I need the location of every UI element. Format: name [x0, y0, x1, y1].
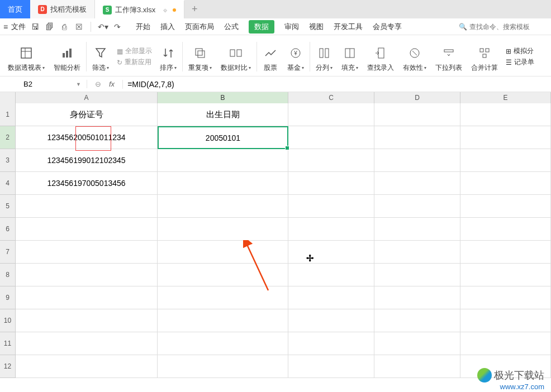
search-input[interactable] [469, 23, 548, 31]
row-header-6[interactable]: 6 [0, 218, 16, 241]
record-button[interactable]: ☰记录单 [506, 58, 534, 67]
smart-button[interactable]: 智能分析 [49, 37, 85, 76]
col-header-d[interactable]: D [374, 92, 460, 103]
command-search[interactable]: 🔍 [459, 23, 548, 31]
fx-icon[interactable]: fx [109, 80, 115, 88]
dropdown-button[interactable]: 下拉列表 [431, 37, 467, 76]
preview-icon[interactable]: ☒ [74, 22, 84, 32]
cell-B11[interactable] [158, 332, 288, 355]
stock-button[interactable]: 股票 [258, 37, 283, 76]
cell-B3[interactable] [158, 149, 288, 172]
tab-dev[interactable]: 开发工具 [334, 22, 363, 32]
col-header-b[interactable]: B [158, 92, 288, 103]
row-header-2[interactable]: 2 [0, 126, 16, 149]
row-header-8[interactable]: 8 [0, 264, 16, 286]
name-box[interactable]: ▼ [0, 80, 87, 88]
cell-C3[interactable] [288, 149, 374, 172]
save-icon[interactable]: 🖫 [30, 22, 40, 32]
row-header-1[interactable]: 1 [0, 103, 16, 126]
tab-workbook[interactable]: S 工作簿3.xlsx ⟐ [95, 0, 184, 18]
cell-D12[interactable] [374, 355, 460, 378]
row-header-12[interactable]: 12 [0, 355, 16, 378]
cell-D9[interactable] [374, 286, 460, 309]
cell-C8[interactable] [288, 264, 374, 286]
cell-B1[interactable]: 出生日期 [158, 103, 288, 126]
cell-B2[interactable]: 20050101 [158, 126, 288, 149]
hamburger-icon[interactable]: ≡ [3, 22, 8, 31]
cell-B9[interactable] [158, 286, 288, 309]
new-tab-button[interactable]: + [184, 0, 205, 18]
compare-button[interactable]: 数据对比▾ [216, 37, 255, 76]
cell-E4[interactable] [460, 172, 551, 195]
cell-E3[interactable] [460, 149, 551, 172]
tab-home[interactable]: 首页 [0, 0, 30, 18]
cell-C5[interactable] [288, 195, 374, 218]
file-menu[interactable]: 文件 [11, 22, 26, 32]
cell-D11[interactable] [374, 332, 460, 355]
filter-button[interactable]: 筛选▾ [88, 37, 113, 76]
pivot-button[interactable]: 数据透视表▾ [3, 37, 49, 76]
row-header-5[interactable]: 5 [0, 195, 16, 218]
show-all-button[interactable]: ▦全部显示 [117, 46, 152, 56]
select-all-corner[interactable] [0, 92, 16, 103]
cell-A10[interactable] [16, 309, 158, 332]
tab-review[interactable]: 审阅 [284, 22, 299, 32]
restore-icon[interactable]: ⟐ [163, 6, 167, 14]
cell-C11[interactable] [288, 332, 374, 355]
undo-icon[interactable]: ↶▾ [98, 22, 108, 32]
cell-C1[interactable] [288, 103, 374, 126]
fill-button[interactable]: 填充▾ [337, 37, 363, 76]
cell-E6[interactable] [460, 218, 551, 241]
col-header-e[interactable]: E [460, 92, 551, 103]
cell-E10[interactable] [460, 309, 551, 332]
simulate-button[interactable]: ⊞模拟分 [506, 46, 534, 56]
cell-D5[interactable] [374, 195, 460, 218]
reapply-button[interactable]: ↻重新应用 [117, 58, 152, 67]
col-header-c[interactable]: C [288, 92, 374, 103]
cell-E5[interactable] [460, 195, 551, 218]
cell-A1[interactable]: 身份证号 [16, 103, 158, 126]
cell-A12[interactable] [16, 355, 158, 378]
cell-E11[interactable] [460, 332, 551, 355]
cell-A4[interactable]: 123456197005013456 [16, 172, 158, 195]
cell-D10[interactable] [374, 309, 460, 332]
split-button[interactable]: 分列▾ [311, 37, 337, 76]
fund-button[interactable]: ¥ 基金▾ [283, 37, 308, 76]
cell-C7[interactable] [288, 241, 374, 264]
cell-C6[interactable] [288, 218, 374, 241]
cell-E1[interactable] [460, 103, 551, 126]
cell-D2[interactable] [374, 126, 460, 149]
cell-C2[interactable] [288, 126, 374, 149]
tab-view[interactable]: 视图 [309, 22, 324, 32]
cell-A6[interactable] [16, 218, 158, 241]
name-dropdown-icon[interactable]: ▼ [76, 82, 81, 87]
cell-B12[interactable] [158, 355, 288, 378]
row-header-3[interactable]: 3 [0, 149, 16, 172]
tab-vip[interactable]: 会员专享 [373, 22, 402, 32]
cell-E9[interactable] [460, 286, 551, 309]
cell-A2[interactable]: 123456200501011234 [16, 126, 158, 149]
cell-B5[interactable] [158, 195, 288, 218]
cell-A11[interactable] [16, 332, 158, 355]
cell-D3[interactable] [374, 149, 460, 172]
cancel-formula-icon[interactable]: ⊖ [95, 80, 101, 88]
cell-D7[interactable] [374, 241, 460, 264]
name-box-input[interactable] [6, 80, 50, 88]
cell-A9[interactable] [16, 286, 158, 309]
cell-D4[interactable] [374, 172, 460, 195]
cell-B8[interactable] [158, 264, 288, 286]
tab-insert[interactable]: 插入 [160, 22, 175, 32]
cell-D6[interactable] [374, 218, 460, 241]
cell-B7[interactable] [158, 241, 288, 264]
save-as-icon[interactable]: 🗐 [45, 22, 55, 32]
cell-B4[interactable] [158, 172, 288, 195]
cell-C12[interactable] [288, 355, 374, 378]
cell-E7[interactable] [460, 241, 551, 264]
duplicates-button[interactable]: 重复项▾ [184, 37, 216, 76]
tab-data[interactable]: 数据 [249, 20, 274, 34]
cell-A5[interactable] [16, 195, 158, 218]
tab-start[interactable]: 开始 [136, 22, 150, 32]
cell-C4[interactable] [288, 172, 374, 195]
redo-icon[interactable]: ↷ [112, 22, 122, 32]
cell-D1[interactable] [374, 103, 460, 126]
